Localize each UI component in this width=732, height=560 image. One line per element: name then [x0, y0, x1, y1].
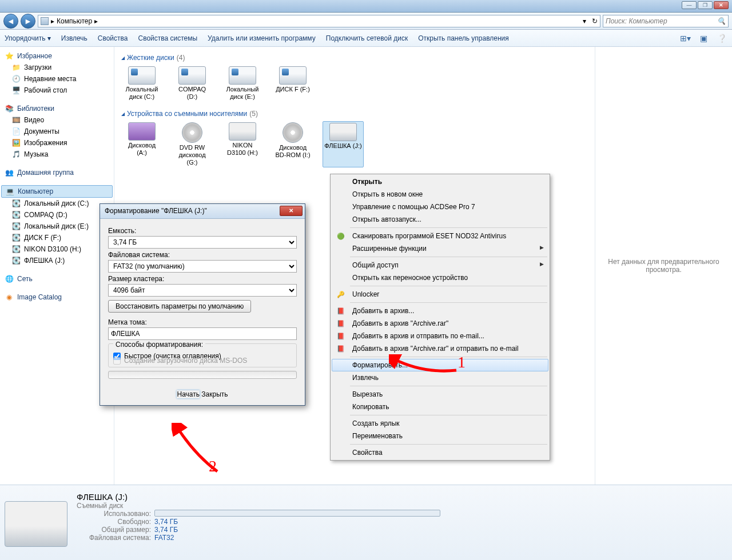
homegroup-icon: 👥	[5, 168, 14, 177]
sidebar-drive-d[interactable]: 💽COMPAQ (D:)	[1, 209, 113, 221]
drive-icon: 💽	[11, 222, 21, 231]
homegroup-header[interactable]: 👥Домашняя группа	[1, 167, 113, 178]
sidebar-recent[interactable]: 🕘Недавние места	[1, 73, 113, 85]
search-input[interactable]: Поиск: Компьютер 🔍	[603, 15, 729, 27]
sidebar-drive-j[interactable]: 💽ФЛЕШКА (J:)	[1, 255, 113, 266]
sidebar-documents[interactable]: 📄Документы	[1, 126, 113, 137]
context-menu-item[interactable]: 🔑Unlocker	[332, 288, 548, 301]
group-removable[interactable]: Устройства со съемными носителями (5)	[121, 110, 588, 118]
maximize-button[interactable]: ❐	[698, 1, 713, 9]
menu-item-icon: 🟢	[336, 231, 345, 241]
context-menu-item[interactable]: Свойства	[332, 446, 548, 459]
menu-item-icon: 🔑	[336, 290, 345, 299]
context-menu-item[interactable]: Управление с помощью ACDSee Pro 7	[332, 201, 548, 213]
drive-icon: 💽	[11, 199, 21, 208]
hdd-icon	[279, 66, 307, 85]
cluster-select[interactable]: 4096 байт	[108, 284, 297, 297]
filesystem-select[interactable]: FAT32 (по умолчанию)	[108, 260, 297, 273]
context-menu-item[interactable]: 📕Добавить в архив и отправить по e-mail.…	[332, 330, 548, 342]
preview-pane: Нет данных для предварительного просмотр…	[595, 47, 732, 485]
dialog-titlebar[interactable]: Форматирование "ФЛЕШКА (J:)" ✕	[100, 204, 305, 219]
system-properties-button[interactable]: Свойства системы	[138, 34, 197, 42]
address-bar[interactable]: ▸ Компьютер ▸ ▾ ↻	[38, 15, 600, 27]
context-menu-item[interactable]: Открыть как переносное устройство	[332, 271, 548, 284]
bd-icon	[283, 122, 303, 143]
sidebar-music[interactable]: 🎵Музыка	[1, 149, 113, 160]
context-menu-item[interactable]: Копировать	[332, 401, 548, 413]
libraries-header[interactable]: 📚Библиотеки	[1, 103, 113, 114]
context-menu-item[interactable]: Открыть автозапуск...	[332, 213, 548, 226]
drive-c[interactable]: Локальный диск (C:)	[121, 65, 162, 102]
volume-label-input[interactable]	[108, 327, 297, 340]
context-menu-item[interactable]: Открыть в новом окне	[332, 188, 548, 201]
back-button[interactable]: ◄	[3, 14, 18, 29]
preview-pane-button[interactable]: ▣	[698, 33, 709, 44]
context-menu-item[interactable]: Расширенные функции▶	[332, 242, 548, 255]
sidebar-images[interactable]: 🖼️Изображения	[1, 137, 113, 149]
context-menu-item[interactable]: Общий доступ▶	[332, 259, 548, 271]
capacity-select[interactable]: 3,74 ГБ	[108, 236, 297, 249]
context-menu-item[interactable]: Вырезать	[332, 388, 548, 401]
control-panel-button[interactable]: Открыть панель управления	[418, 34, 509, 42]
hdd-icon	[229, 66, 256, 85]
drive-f[interactable]: ДИСК F (F:)	[272, 65, 313, 102]
image-icon: 🖼️	[11, 138, 21, 147]
drive-icon: 💽	[11, 233, 21, 242]
nav-bar: ◄ ► ▸ Компьютер ▸ ▾ ↻ Поиск: Компьютер 🔍	[0, 13, 732, 30]
drive-d[interactable]: COMPAQ (D:)	[172, 65, 213, 102]
drive-e[interactable]: Локальный диск (E:)	[222, 65, 263, 102]
minimize-button[interactable]: —	[682, 1, 697, 9]
image-catalog[interactable]: ◉Image Catalog	[1, 291, 113, 303]
computer-icon: 💻	[5, 187, 14, 196]
context-menu-item[interactable]: 📕Добавить в архив...	[332, 305, 548, 317]
start-button[interactable]: Начать	[177, 390, 200, 398]
forward-button[interactable]: ►	[21, 14, 35, 29]
drive-i[interactable]: Дисковод BD-ROM (I:)	[272, 121, 313, 167]
hdd-icon	[128, 66, 156, 85]
drive-j[interactable]: ФЛЕШКА (J:)	[323, 121, 364, 167]
msdos-boot-checkbox: Создание загрузочного диска MS-DOS	[113, 357, 292, 365]
eject-button[interactable]: Извлечь	[61, 34, 87, 42]
library-icon: 📚	[5, 104, 14, 113]
computer-header[interactable]: 💻Компьютер	[1, 185, 113, 198]
network-header[interactable]: 🌐Сеть	[1, 273, 113, 285]
catalog-icon: ◉	[5, 293, 14, 302]
window-titlebar: — ❐ ✕	[0, 0, 732, 13]
close-button[interactable]: ✕	[714, 1, 729, 9]
context-menu-item[interactable]: Переименовать	[332, 430, 548, 442]
restore-defaults-button[interactable]: Восстановить параметры по умолчанию	[108, 300, 251, 313]
context-menu-item[interactable]: Открыть	[332, 175, 548, 188]
sidebar-downloads[interactable]: 📁Загрузки	[1, 62, 113, 73]
context-menu: ОткрытьОткрыть в новом окнеУправление с …	[330, 174, 550, 461]
drive-g[interactable]: DVD RW дисковод (G:)	[172, 121, 213, 167]
sidebar-drive-c[interactable]: 💽Локальный диск (C:)	[1, 198, 113, 209]
view-button[interactable]: ⊞▾	[679, 33, 691, 44]
help-button[interactable]: ❔	[716, 33, 727, 44]
sidebar-drive-f[interactable]: 💽ДИСК F (F:)	[1, 232, 113, 243]
drive-h[interactable]: NIKON D3100 (H:)	[222, 121, 263, 167]
breadcrumb[interactable]: Компьютер	[57, 17, 92, 25]
hdd-icon	[178, 66, 206, 85]
usage-bar	[154, 510, 440, 517]
properties-button[interactable]: Свойства	[98, 34, 128, 42]
context-menu-item[interactable]: 📕Добавить в архив "Archive.rar"	[332, 317, 548, 330]
sidebar-videos[interactable]: 🎞️Видео	[1, 114, 113, 126]
context-menu-item[interactable]: 🟢Сканировать программой ESET NOD32 Antiv…	[332, 230, 548, 242]
context-menu-item[interactable]: Извлечь	[332, 371, 548, 384]
sidebar-drive-h[interactable]: 💽NIKON D3100 (H:)	[1, 243, 113, 255]
context-menu-item[interactable]: Создать ярлык	[332, 417, 548, 430]
map-drive-button[interactable]: Подключить сетевой диск	[326, 34, 408, 42]
drive-a[interactable]: Дисковод (A:)	[121, 121, 162, 167]
star-icon: ⭐	[5, 51, 14, 61]
uninstall-program-button[interactable]: Удалить или изменить программу	[208, 34, 316, 42]
context-menu-item[interactable]: Форматировать...	[332, 359, 548, 371]
organize-menu[interactable]: Упорядочить ▾	[5, 34, 51, 42]
sidebar-drive-e[interactable]: 💽Локальный диск (E:)	[1, 221, 113, 232]
close-dialog-button[interactable]: Закрыть	[201, 390, 228, 398]
context-menu-item[interactable]: 📕Добавить в архив "Archive.rar" и отправ…	[332, 342, 548, 355]
favorites-header[interactable]: ⭐Избранное	[1, 50, 113, 62]
sidebar-desktop[interactable]: 🖥️Рабочий стол	[1, 85, 113, 96]
group-hdd[interactable]: Жесткие диски (4)	[121, 54, 588, 62]
dialog-close-button[interactable]: ✕	[280, 206, 303, 216]
command-bar: Упорядочить ▾ Извлечь Свойства Свойства …	[0, 30, 732, 47]
